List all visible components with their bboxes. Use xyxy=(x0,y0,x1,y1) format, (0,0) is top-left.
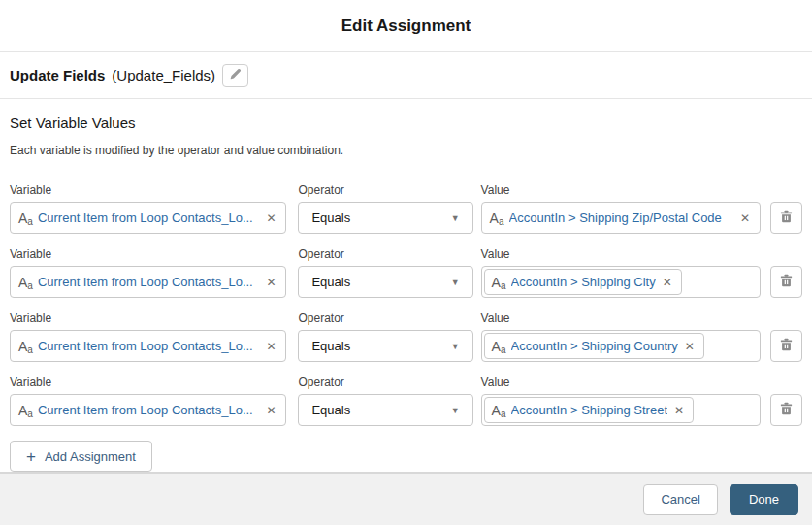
variable-label: Variable xyxy=(10,376,286,389)
remove-x-icon[interactable]: ✕ xyxy=(738,213,752,224)
operator-label: Operator xyxy=(298,312,472,325)
delete-assignment-button[interactable] xyxy=(770,266,802,298)
operator-value: Equals xyxy=(311,403,350,417)
text-datatype-aa-icon: Aa xyxy=(492,276,506,289)
trash-icon xyxy=(779,402,794,419)
text-datatype-aa-icon: Aa xyxy=(492,404,506,417)
operator-select[interactable]: Equals ▼ xyxy=(298,202,472,234)
variable-label: Variable xyxy=(10,183,286,197)
element-name: Update Fields xyxy=(10,67,105,83)
section-heading: Set Variable Values xyxy=(10,115,802,131)
remove-x-icon[interactable]: ✕ xyxy=(264,341,277,352)
modal-header: Edit Assignment xyxy=(0,0,812,52)
remove-x-icon[interactable]: ✕ xyxy=(264,405,277,416)
chevron-down-icon: ▼ xyxy=(451,213,460,223)
cancel-button[interactable]: Cancel xyxy=(643,484,717,515)
chevron-down-icon: ▼ xyxy=(451,342,460,351)
text-datatype-aa-icon: Aa xyxy=(492,340,506,353)
element-name-bar: Update Fields (Update_Fields) xyxy=(0,52,812,99)
variable-pill: Aa Current Item from Loop Contacts_Lo...… xyxy=(13,203,283,233)
operator-label: Operator xyxy=(298,376,472,389)
delete-assignment-button[interactable] xyxy=(770,202,802,234)
variable-combobox[interactable]: Aa Current Item from Loop Contacts_Lo...… xyxy=(10,202,286,234)
remove-x-icon[interactable]: ✕ xyxy=(264,213,277,224)
variable-pill-text: Current Item from Loop Contacts_Lo... xyxy=(38,403,253,417)
operator-value: Equals xyxy=(311,339,350,353)
chevron-down-icon: ▼ xyxy=(451,406,460,415)
add-assignment-label: Add Assignment xyxy=(45,449,136,464)
element-api-name: (Update_Fields) xyxy=(112,67,215,83)
value-pill: Aa AccountIn > Shipping Zip/Postal Code … xyxy=(484,203,758,233)
variable-pill-text: Current Item from Loop Contacts_Lo... xyxy=(38,211,253,225)
chevron-down-icon: ▼ xyxy=(451,278,460,287)
value-combobox[interactable]: Aa AccountIn > Shipping Zip/Postal Code … xyxy=(481,202,761,234)
operator-select[interactable]: Equals ▼ xyxy=(298,394,472,426)
assignment-row: Variable Aa Current Item from Loop Conta… xyxy=(10,247,802,298)
done-button[interactable]: Done xyxy=(730,484,798,515)
assignment-row: Variable Aa Current Item from Loop Conta… xyxy=(10,183,802,234)
page-title: Edit Assignment xyxy=(341,16,471,36)
operator-select[interactable]: Equals ▼ xyxy=(298,330,472,362)
modal-body: Set Variable Values Each variable is mod… xyxy=(0,99,812,472)
operator-select[interactable]: Equals ▼ xyxy=(298,266,472,298)
variable-label: Variable xyxy=(10,312,286,325)
value-pill-text: AccountIn > Shipping City xyxy=(511,275,656,289)
value-pill-text: AccountIn > Shipping Country xyxy=(511,339,678,353)
value-label: Value xyxy=(481,312,761,325)
remove-x-icon[interactable]: ✕ xyxy=(672,405,686,416)
assignment-row: Variable Aa Current Item from Loop Conta… xyxy=(10,312,802,362)
variable-pill: Aa Current Item from Loop Contacts_Lo...… xyxy=(13,267,283,297)
trash-icon xyxy=(779,210,794,227)
value-combobox[interactable]: Aa AccountIn > Shipping City ✕ xyxy=(481,266,761,298)
add-assignment-button[interactable]: + Add Assignment xyxy=(10,441,152,472)
operator-label: Operator xyxy=(298,183,472,197)
section-description: Each variable is modified by the operato… xyxy=(10,144,802,157)
text-datatype-aa-icon: Aa xyxy=(490,212,504,225)
remove-x-icon[interactable]: ✕ xyxy=(661,277,674,288)
assignment-rows: Variable Aa Current Item from Loop Conta… xyxy=(10,183,802,426)
value-combobox[interactable]: Aa AccountIn > Shipping Street ✕ xyxy=(481,394,761,426)
trash-icon xyxy=(779,274,794,291)
variable-pill-text: Current Item from Loop Contacts_Lo... xyxy=(38,275,253,289)
operator-label: Operator xyxy=(298,247,472,261)
value-pill-text: AccountIn > Shipping Street xyxy=(511,403,668,417)
delete-assignment-button[interactable] xyxy=(770,330,802,362)
text-datatype-aa-icon: Aa xyxy=(18,340,33,353)
text-datatype-aa-icon: Aa xyxy=(18,276,33,289)
variable-pill: Aa Current Item from Loop Contacts_Lo...… xyxy=(13,395,283,425)
variable-pill: Aa Current Item from Loop Contacts_Lo...… xyxy=(13,331,283,361)
variable-label: Variable xyxy=(10,247,286,261)
value-pill: Aa AccountIn > Shipping City ✕ xyxy=(484,269,682,295)
value-label: Value xyxy=(481,376,761,389)
variable-combobox[interactable]: Aa Current Item from Loop Contacts_Lo...… xyxy=(10,330,286,362)
plus-icon: + xyxy=(26,448,36,465)
operator-value: Equals xyxy=(311,275,350,289)
delete-assignment-button[interactable] xyxy=(770,394,802,426)
pencil-icon xyxy=(229,68,242,83)
variable-pill-text: Current Item from Loop Contacts_Lo... xyxy=(38,339,253,353)
text-datatype-aa-icon: Aa xyxy=(18,404,33,417)
operator-value: Equals xyxy=(311,211,350,225)
remove-x-icon[interactable]: ✕ xyxy=(683,341,697,352)
assignment-row: Variable Aa Current Item from Loop Conta… xyxy=(10,376,802,426)
value-pill-text: AccountIn > Shipping Zip/Postal Code xyxy=(509,211,722,225)
remove-x-icon[interactable]: ✕ xyxy=(264,277,277,288)
value-pill: Aa AccountIn > Shipping Street ✕ xyxy=(484,397,695,423)
edit-assignment-modal: Edit Assignment Update Fields (Update_Fi… xyxy=(0,0,812,525)
value-combobox[interactable]: Aa AccountIn > Shipping Country ✕ xyxy=(481,330,761,362)
value-label: Value xyxy=(481,183,761,197)
variable-combobox[interactable]: Aa Current Item from Loop Contacts_Lo...… xyxy=(10,266,286,298)
value-pill: Aa AccountIn > Shipping Country ✕ xyxy=(484,333,704,359)
text-datatype-aa-icon: Aa xyxy=(18,212,33,225)
trash-icon xyxy=(779,338,794,355)
modal-footer: Cancel Done xyxy=(0,472,812,525)
edit-name-button[interactable] xyxy=(222,64,248,87)
variable-combobox[interactable]: Aa Current Item from Loop Contacts_Lo...… xyxy=(10,394,286,426)
value-label: Value xyxy=(481,247,761,261)
